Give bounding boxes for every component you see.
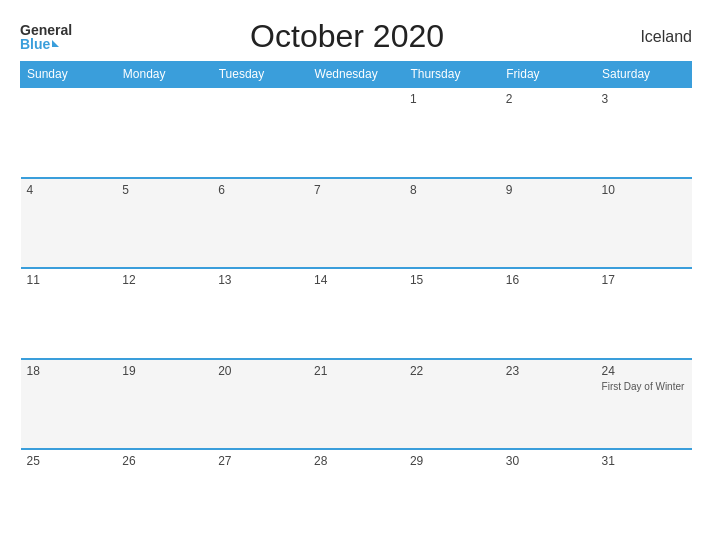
day-number: 21: [314, 364, 398, 378]
col-thursday: Thursday: [404, 62, 500, 88]
calendar-cell: 8: [404, 178, 500, 269]
day-number: 5: [122, 183, 206, 197]
calendar-week-row: 18192021222324First Day of Winter: [21, 359, 692, 450]
col-sunday: Sunday: [21, 62, 117, 88]
calendar-cell: 19: [116, 359, 212, 450]
calendar-cell: [308, 87, 404, 178]
calendar-cell: 2: [500, 87, 596, 178]
day-number: 26: [122, 454, 206, 468]
calendar-cell: 27: [212, 449, 308, 540]
calendar-cell: 14: [308, 268, 404, 359]
logo: General Blue: [20, 23, 72, 51]
day-number: 22: [410, 364, 494, 378]
day-number: 14: [314, 273, 398, 287]
day-number: 29: [410, 454, 494, 468]
calendar-page: General Blue October 2020 Iceland Sunday…: [0, 0, 712, 550]
day-number: 31: [602, 454, 686, 468]
calendar-cell: 7: [308, 178, 404, 269]
day-number: 18: [27, 364, 111, 378]
day-number: 6: [218, 183, 302, 197]
day-number: 2: [506, 92, 590, 106]
calendar-cell: 6: [212, 178, 308, 269]
day-number: 10: [602, 183, 686, 197]
calendar-cell: 4: [21, 178, 117, 269]
day-number: 3: [602, 92, 686, 106]
calendar-cell: 16: [500, 268, 596, 359]
calendar-week-row: 45678910: [21, 178, 692, 269]
day-number: 7: [314, 183, 398, 197]
day-number: 25: [27, 454, 111, 468]
calendar-cell: 13: [212, 268, 308, 359]
calendar-cell: 20: [212, 359, 308, 450]
day-number: 13: [218, 273, 302, 287]
calendar-cell: 24First Day of Winter: [596, 359, 692, 450]
day-number: 4: [27, 183, 111, 197]
day-number: 12: [122, 273, 206, 287]
calendar-table: Sunday Monday Tuesday Wednesday Thursday…: [20, 61, 692, 540]
day-number: 30: [506, 454, 590, 468]
logo-general-text: General: [20, 23, 72, 37]
calendar-cell: 12: [116, 268, 212, 359]
calendar-cell: 5: [116, 178, 212, 269]
day-number: 24: [602, 364, 686, 378]
days-of-week-row: Sunday Monday Tuesday Wednesday Thursday…: [21, 62, 692, 88]
calendar-cell: 28: [308, 449, 404, 540]
col-monday: Monday: [116, 62, 212, 88]
calendar-cell: 22: [404, 359, 500, 450]
calendar-cell: [116, 87, 212, 178]
country-label: Iceland: [622, 28, 692, 46]
calendar-cell: 18: [21, 359, 117, 450]
day-number: 28: [314, 454, 398, 468]
day-number: 23: [506, 364, 590, 378]
calendar-cell: 17: [596, 268, 692, 359]
day-number: 8: [410, 183, 494, 197]
col-tuesday: Tuesday: [212, 62, 308, 88]
calendar-cell: 1: [404, 87, 500, 178]
calendar-cell: 3: [596, 87, 692, 178]
header: General Blue October 2020 Iceland: [20, 18, 692, 55]
day-number: 1: [410, 92, 494, 106]
col-saturday: Saturday: [596, 62, 692, 88]
calendar-week-row: 11121314151617: [21, 268, 692, 359]
day-number: 16: [506, 273, 590, 287]
calendar-cell: 15: [404, 268, 500, 359]
calendar-cell: 25: [21, 449, 117, 540]
calendar-cell: 30: [500, 449, 596, 540]
day-number: 11: [27, 273, 111, 287]
day-number: 9: [506, 183, 590, 197]
calendar-cell: 21: [308, 359, 404, 450]
event-text: First Day of Winter: [602, 380, 686, 393]
day-number: 27: [218, 454, 302, 468]
day-number: 19: [122, 364, 206, 378]
calendar-cell: 11: [21, 268, 117, 359]
calendar-cell: [21, 87, 117, 178]
col-friday: Friday: [500, 62, 596, 88]
day-number: 15: [410, 273, 494, 287]
calendar-cell: 10: [596, 178, 692, 269]
day-number: 17: [602, 273, 686, 287]
col-wednesday: Wednesday: [308, 62, 404, 88]
calendar-cell: [212, 87, 308, 178]
calendar-week-row: 123: [21, 87, 692, 178]
calendar-cell: 31: [596, 449, 692, 540]
calendar-week-row: 25262728293031: [21, 449, 692, 540]
calendar-title: October 2020: [250, 18, 444, 55]
calendar-cell: 26: [116, 449, 212, 540]
logo-triangle-icon: [52, 40, 59, 47]
day-number: 20: [218, 364, 302, 378]
logo-blue-text: Blue: [20, 37, 72, 51]
calendar-cell: 23: [500, 359, 596, 450]
calendar-cell: 9: [500, 178, 596, 269]
calendar-cell: 29: [404, 449, 500, 540]
